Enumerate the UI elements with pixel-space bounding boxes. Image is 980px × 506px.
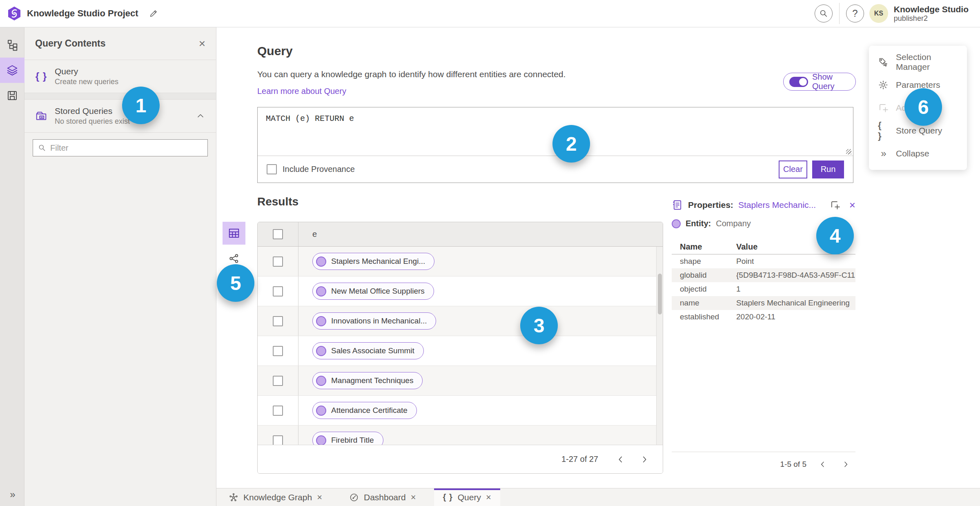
select-all-checkbox[interactable] xyxy=(273,229,283,239)
tab-label: Query xyxy=(458,493,481,502)
help-button[interactable]: ? xyxy=(846,4,864,22)
row-checkbox[interactable] xyxy=(273,316,283,326)
search-icon xyxy=(819,9,828,18)
next-page-icon[interactable] xyxy=(640,455,649,464)
help-icon: ? xyxy=(852,8,858,19)
search-button[interactable] xyxy=(815,4,833,22)
property-row: globalid {5D9B4713-F98D-4A53-A59F-C11... xyxy=(672,268,855,282)
annotation-badge-3: 3 xyxy=(520,307,558,344)
annotation-badge-4: 4 xyxy=(816,217,854,254)
row-checkbox[interactable] xyxy=(273,256,283,267)
entity-chip[interactable]: Innovations in Mechanical... xyxy=(312,312,436,330)
link-chart-icon xyxy=(228,253,240,264)
table-row[interactable]: Sales Associate Summit xyxy=(258,336,663,366)
include-provenance-label: Include Provenance xyxy=(283,165,355,174)
table-row[interactable]: Staplers Mechanical Engi... xyxy=(258,247,663,276)
learn-more-link[interactable]: Learn more about Query xyxy=(257,87,346,96)
expand-rail-chevrons-icon[interactable]: » xyxy=(0,489,24,500)
braces-icon: { } xyxy=(878,120,889,141)
previous-page-icon[interactable] xyxy=(819,460,827,468)
property-value: {5D9B4713-F98D-4A53-A59F-C11... xyxy=(736,271,855,280)
close-tab-icon[interactable]: × xyxy=(411,492,416,503)
app-logo-icon[interactable] xyxy=(7,6,21,21)
property-name: shape xyxy=(672,257,736,266)
row-checkbox[interactable] xyxy=(273,435,283,446)
close-panel-icon[interactable]: × xyxy=(199,38,205,49)
collapse-item[interactable]: » Collapse xyxy=(869,142,967,165)
property-name: objectid xyxy=(672,285,736,294)
rail-item-data-model[interactable] xyxy=(0,32,24,58)
column-header-e: e xyxy=(298,222,663,246)
show-query-label: Show Query xyxy=(812,72,850,91)
panel-item-query[interactable]: { } Query Create new queries xyxy=(24,60,216,93)
close-properties-icon[interactable]: × xyxy=(849,200,855,210)
entity-dot-icon xyxy=(672,219,681,228)
entity-chip[interactable]: Staplers Mechanical Engi... xyxy=(312,253,434,270)
braces-icon: { } xyxy=(443,493,453,502)
property-value: 2020-02-11 xyxy=(736,312,855,321)
selection-manager-item[interactable]: Selection Manager xyxy=(869,51,967,74)
entity-chip-label: Sales Associate Summit xyxy=(331,346,414,355)
entity-chip[interactable]: Managment Techniques xyxy=(312,372,423,389)
run-button[interactable]: Run xyxy=(812,160,844,178)
user-name: Knowledge Studio xyxy=(894,4,969,14)
next-page-icon[interactable] xyxy=(842,460,850,468)
edit-title-icon[interactable] xyxy=(149,9,158,18)
row-checkbox[interactable] xyxy=(273,346,283,356)
tab-knowledge-graph[interactable]: Knowledge Graph × xyxy=(220,488,331,506)
query-code-input[interactable]: MATCH (e) RETURN e xyxy=(258,107,853,130)
annotation-badge-5: 5 xyxy=(217,264,254,302)
entity-chip[interactable]: Sales Associate Summit xyxy=(312,342,424,359)
scrollbar-thumb[interactable] xyxy=(658,274,662,314)
topbar-divider xyxy=(839,3,840,24)
filter-input[interactable] xyxy=(50,143,203,153)
row-checkbox[interactable] xyxy=(273,376,283,386)
entity-chip[interactable]: New Metal Office Suppliers xyxy=(312,283,434,300)
topbar-divider xyxy=(866,3,867,24)
results-scrollbar xyxy=(656,247,663,445)
rail-item-layers[interactable] xyxy=(0,58,24,83)
include-provenance-checkbox[interactable] xyxy=(267,164,277,174)
property-name: name xyxy=(672,299,736,308)
row-checkbox[interactable] xyxy=(273,286,283,296)
clear-button[interactable]: Clear xyxy=(779,160,807,178)
table-row[interactable]: New Metal Office Suppliers xyxy=(258,276,663,306)
table-row[interactable]: Managment Techniques xyxy=(258,366,663,396)
tab-label: Dashboard xyxy=(364,493,406,502)
entity-chip[interactable]: Firebird Title xyxy=(312,432,383,445)
collapse-chevrons-icon: » xyxy=(878,148,889,159)
property-value: Point xyxy=(736,257,855,266)
tab-dashboard[interactable]: Dashboard × xyxy=(340,488,425,506)
avatar[interactable]: KS xyxy=(869,4,888,23)
close-tab-icon[interactable]: × xyxy=(486,492,491,503)
results-table: e Staplers Mechanical Engi... New Metal … xyxy=(257,222,663,474)
table-row[interactable]: Firebird Title xyxy=(258,426,663,445)
column-header-name: Name xyxy=(672,242,736,252)
panel-item-stored-queries[interactable]: Stored Queries No stored queries exist xyxy=(24,100,216,133)
toggle-switch[interactable] xyxy=(789,77,808,87)
user-block[interactable]: Knowledge Studio publisher2 xyxy=(894,4,969,23)
entity-chip[interactable]: Attendance Certificate xyxy=(312,402,417,419)
row-checkbox[interactable] xyxy=(273,406,283,416)
table-row[interactable]: Attendance Certificate xyxy=(258,396,663,426)
resize-handle[interactable] xyxy=(846,149,851,154)
query-contents-panel: Query Contents × { } Query Create new qu… xyxy=(24,27,216,506)
entity-dot-icon xyxy=(316,376,326,386)
add-to-new-icon[interactable] xyxy=(830,200,840,210)
entity-dot-icon xyxy=(316,286,326,296)
panel-item-text: Stored Queries No stored queries exist xyxy=(55,106,188,126)
query-contents-title: Query Contents xyxy=(35,38,199,49)
properties-entity-link[interactable]: Staplers Mechanic... xyxy=(738,200,825,210)
query-contents-header: Query Contents × xyxy=(24,27,216,60)
entity-chip-label: Innovations in Mechanical... xyxy=(331,317,427,325)
chevron-up-icon[interactable] xyxy=(196,111,205,121)
table-view-button[interactable] xyxy=(223,222,245,245)
table-row[interactable]: Innovations in Mechanical... xyxy=(258,306,663,336)
tab-query-active[interactable]: { } Query × xyxy=(434,488,500,506)
property-row: established 2020-02-11 xyxy=(672,310,855,324)
show-query-toggle[interactable]: Show Query xyxy=(783,73,856,91)
add-to-new-icon xyxy=(878,103,889,113)
close-tab-icon[interactable]: × xyxy=(317,492,322,503)
previous-page-icon[interactable] xyxy=(616,455,625,464)
rail-item-save[interactable] xyxy=(0,83,24,108)
